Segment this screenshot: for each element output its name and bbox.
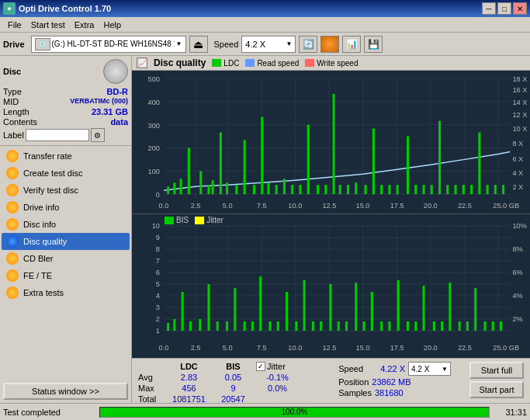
eject-button[interactable]: ⏏: [189, 36, 208, 53]
minimize-button[interactable]: ─: [482, 2, 496, 15]
svg-rect-37: [324, 185, 327, 194]
svg-rect-109: [182, 292, 184, 331]
status-text: Test completed: [3, 408, 96, 417]
disc-label-button[interactable]: ⚙: [91, 128, 105, 142]
disc-label-row: Label ⚙: [3, 128, 128, 142]
speed-stat-selector[interactable]: 4.2 X ▼: [408, 362, 451, 376]
svg-rect-49: [422, 185, 424, 194]
svg-text:0: 0: [156, 191, 160, 199]
jitter-col-header: Jitter: [267, 362, 286, 371]
svg-rect-143: [474, 288, 476, 331]
status-bar: Test completed 100.0% 31:31: [0, 403, 530, 420]
maximize-button[interactable]: □: [497, 2, 511, 15]
stats-max-row: Max 456 9 0.0%: [138, 384, 320, 393]
chart-title: Disc quality: [154, 57, 206, 68]
menu-extra[interactable]: Extra: [70, 19, 99, 30]
svg-rect-123: [303, 280, 306, 331]
svg-rect-35: [307, 125, 310, 195]
progress-label: 100.0%: [282, 408, 308, 416]
nav-transfer-rate[interactable]: Transfer rate: [2, 148, 130, 165]
svg-rect-38: [333, 94, 335, 194]
nav-disc-quality[interactable]: Disc quality: [2, 233, 130, 250]
svg-rect-135: [407, 321, 409, 331]
graph-button[interactable]: 📊: [342, 36, 361, 53]
samples-row: Samples 381680: [338, 388, 451, 397]
nav-fe-te[interactable]: FE / TE: [2, 267, 130, 284]
svg-rect-57: [487, 185, 489, 194]
save-button[interactable]: 💾: [364, 36, 383, 53]
sidebar-nav: Transfer rate Create test disc Verify te…: [0, 146, 131, 380]
svg-text:5.0: 5.0: [223, 202, 233, 210]
disc-label-key: Label: [3, 130, 24, 140]
speed-selector[interactable]: 4.2 X ▼: [241, 36, 296, 53]
disc-contents-row: Contents data: [3, 117, 128, 127]
svg-text:200: 200: [148, 145, 160, 153]
svg-rect-107: [167, 323, 169, 331]
status-window-button[interactable]: Status window >>: [3, 383, 128, 400]
nav-extra-tests[interactable]: Extra tests: [2, 284, 130, 301]
info-button[interactable]: [320, 36, 339, 53]
svg-rect-118: [259, 276, 262, 331]
refresh-button[interactable]: 🔄: [299, 36, 317, 53]
avg-jitter: -0.1%: [256, 373, 299, 382]
disc-label-input[interactable]: [26, 129, 89, 141]
nav-icon-transfer: [6, 150, 19, 162]
svg-rect-120: [277, 321, 279, 331]
position-value: 23862 MB: [372, 377, 410, 387]
total-ldc: 1081751: [168, 394, 210, 403]
stats-header: LDC BIS ✓ Jitter: [138, 362, 320, 371]
close-button[interactable]: ✕: [513, 2, 527, 15]
svg-rect-39: [339, 185, 341, 194]
svg-text:10 X: 10 X: [512, 125, 527, 133]
nav-drive-info[interactable]: Drive info: [2, 199, 130, 216]
speed-stat-select-val: 4.2 X: [411, 365, 440, 373]
disc-type-value: BD-R: [107, 87, 129, 96]
nav-label-extra: Extra tests: [23, 288, 64, 297]
disc-mid-row: MID VERBATIMc (000): [3, 97, 128, 106]
svg-text:2%: 2%: [512, 315, 522, 323]
disc-length-row: Length 23.31 GB: [3, 107, 128, 116]
speed-stat-arrow: ▼: [442, 366, 448, 373]
jitter-checkbox[interactable]: ✓: [256, 362, 265, 371]
svg-text:15.0: 15.0: [356, 344, 370, 352]
svg-rect-128: [345, 321, 348, 331]
avg-label: Avg: [138, 373, 166, 382]
nav-label-create: Create test disc: [23, 168, 82, 178]
title-bar: ● Opti Drive Control 1.70 ─ □ ✕: [0, 0, 530, 17]
svg-text:25.0 GB: 25.0 GB: [493, 344, 519, 352]
svg-rect-29: [261, 117, 263, 194]
svg-text:4 X: 4 X: [512, 169, 523, 177]
nav-disc-info[interactable]: Disc info: [2, 216, 130, 233]
nav-icon-extra: [6, 286, 19, 299]
drive-selector[interactable]: 💿 (G:) HL-DT-ST BD-RE WH16NS48 1.D3 ▼: [31, 36, 186, 53]
top-chart-svg: 500 400 300 200 100 0 18 X 16 X 14 X 12 …: [132, 71, 530, 213]
svg-rect-116: [244, 321, 246, 331]
menu-help[interactable]: Help: [99, 19, 126, 30]
window-controls[interactable]: ─ □ ✕: [482, 2, 527, 15]
bottom-chart-svg: 10 9 8 7 6 5 4 3 2 1 10% 8% 6% 4% 2%: [132, 214, 530, 358]
status-time: 31:31: [496, 408, 527, 417]
svg-text:10: 10: [152, 222, 160, 230]
svg-rect-36: [317, 185, 319, 194]
bis-col-header: BIS: [212, 362, 255, 371]
legend-ldc: LDC: [212, 59, 239, 68]
legend-read-label: Read speed: [257, 59, 299, 68]
menu-file[interactable]: File: [3, 19, 26, 30]
nav-cd-bler[interactable]: CD Bler: [2, 250, 130, 267]
svg-rect-113: [217, 321, 219, 331]
menu-start-test[interactable]: Start test: [26, 19, 70, 30]
svg-text:2.5: 2.5: [191, 202, 201, 210]
start-part-button[interactable]: Start part: [469, 381, 524, 398]
start-full-button[interactable]: Start full: [469, 362, 524, 379]
total-label: Total: [138, 394, 166, 403]
nav-create-test-disc[interactable]: Create test disc: [2, 165, 130, 182]
legend-bis-label: BIS: [176, 216, 189, 224]
max-label: Max: [138, 384, 166, 393]
svg-text:15.0: 15.0: [356, 202, 370, 210]
avg-bis: 0.05: [212, 373, 255, 382]
nav-verify-test-disc[interactable]: Verify test disc: [2, 182, 130, 199]
svg-rect-127: [338, 321, 340, 331]
disc-panel: Disc Type BD-R MID VERBATIMc (000) Lengt…: [0, 56, 131, 146]
disc-mid-label: MID: [3, 97, 19, 106]
svg-text:2: 2: [156, 315, 160, 323]
